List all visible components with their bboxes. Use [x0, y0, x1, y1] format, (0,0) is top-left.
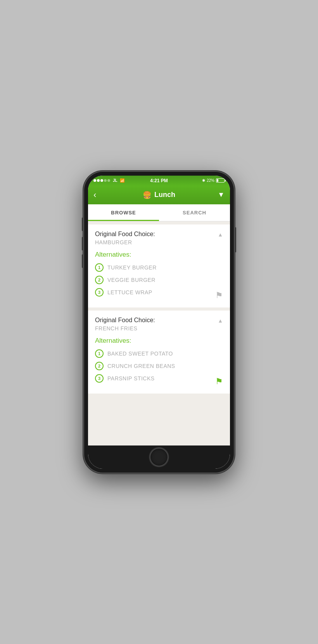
nav-title: 🍔 Lunch: [143, 191, 175, 199]
collapse-button-2[interactable]: ▲: [218, 318, 223, 324]
alt-number-2-3: 3: [95, 374, 104, 383]
content-area: ▲ Original Food Choice: HAMBURGER Altern…: [88, 221, 230, 445]
home-button[interactable]: [150, 448, 168, 466]
alternatives-label-1: Alternatives:: [95, 251, 223, 259]
original-label-2: Original Food Choice:: [95, 317, 223, 324]
alt-name-1-1: TURKEY BURGER: [107, 264, 157, 271]
alt-name-1-2: VEGGIE BURGER: [107, 277, 156, 283]
alt-name-2-3: PARSNIP STICKS: [107, 375, 155, 382]
alt-number-1-3: 3: [95, 288, 104, 297]
nav-bar: ‹ 🍔 Lunch ▼: [88, 186, 230, 204]
alternatives-label-2: Alternatives:: [95, 337, 223, 345]
battery-body: [216, 178, 225, 183]
alt-number-1-1: 1: [95, 263, 104, 272]
alt-name-1-3: LETTUCE WRAP: [107, 289, 152, 295]
tab-browse[interactable]: BROWSE: [88, 204, 159, 221]
alt-number-1-2: 2: [95, 276, 104, 284]
original-food-2: FRENCH FRIES: [95, 325, 223, 331]
bookmark-button-1[interactable]: ⚑: [215, 290, 223, 300]
signal-dot-1: [93, 179, 96, 182]
collapse-button-1[interactable]: ▲: [218, 231, 223, 238]
tab-browse-label: BROWSE: [111, 210, 136, 216]
back-button[interactable]: ‹: [93, 191, 96, 199]
alt-name-2-2: CRUNCH GREEN BEANS: [107, 363, 175, 369]
bluetooth-icon: ✱: [202, 178, 205, 183]
phone-screen: JL 📶 4:21 PM ✱ 22% ‹ 🍔 Lunch ▼: [88, 176, 230, 469]
home-area: [88, 445, 230, 469]
alt-item-1-1: 1 TURKEY BURGER: [95, 263, 223, 272]
battery-percentage: 22%: [207, 178, 214, 183]
signal-dot-5: [107, 179, 110, 182]
status-left: JL 📶: [93, 178, 124, 183]
food-card-fries: ▲ Original Food Choice: FRENCH FRIES Alt…: [88, 311, 230, 394]
battery-indicator: [216, 178, 225, 183]
status-time: 4:21 PM: [150, 178, 168, 183]
alt-item-2-3: 3 PARSNIP STICKS: [95, 374, 223, 383]
filter-button[interactable]: ▼: [218, 191, 225, 199]
alt-item-2-2: 2 CRUNCH GREEN BEANS: [95, 362, 223, 370]
alt-number-2-2: 2: [95, 362, 104, 370]
alt-name-2-1: BAKED SWEET POTATO: [107, 350, 173, 357]
alt-item-1-3: 3 LETTUCE WRAP: [95, 288, 223, 297]
original-label-1: Original Food Choice:: [95, 231, 223, 238]
tab-search[interactable]: SEARCH: [159, 204, 230, 221]
signal-dot-3: [100, 179, 103, 182]
signal-dots: [93, 179, 110, 182]
carrier-label: JL: [113, 178, 118, 183]
tab-bar: BROWSE SEARCH: [88, 204, 230, 221]
status-right: ✱ 22%: [202, 178, 225, 183]
phone-frame: JL 📶 4:21 PM ✱ 22% ‹ 🍔 Lunch ▼: [83, 171, 235, 473]
wifi-icon: 📶: [120, 178, 124, 183]
nav-title-icon: 🍔: [143, 191, 151, 199]
original-food-1: HAMBURGER: [95, 239, 223, 245]
alt-number-2-1: 1: [95, 349, 104, 358]
battery-fill: [217, 179, 218, 182]
bookmark-button-2[interactable]: ⚑: [215, 376, 223, 387]
status-bar: JL 📶 4:21 PM ✱ 22%: [88, 176, 230, 186]
nav-title-text: Lunch: [154, 191, 175, 199]
food-card-hamburger: ▲ Original Food Choice: HAMBURGER Altern…: [88, 224, 230, 307]
alt-item-2-1: 1 BAKED SWEET POTATO: [95, 349, 223, 358]
alt-item-1-2: 2 VEGGIE BURGER: [95, 276, 223, 284]
tab-search-label: SEARCH: [183, 210, 206, 216]
signal-dot-4: [104, 179, 107, 182]
signal-dot-2: [97, 179, 100, 182]
